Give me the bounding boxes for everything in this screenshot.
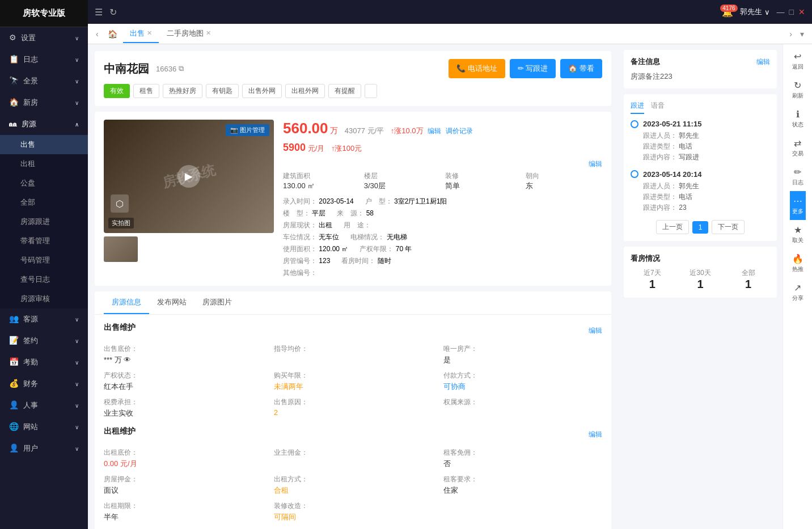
sidebar-item-source[interactable]: 🏘房源 ∧ — [0, 113, 88, 135]
action-diary-button[interactable]: ✏ 日志 — [790, 162, 806, 191]
sidebar-item-customer[interactable]: 👥客源 ∨ — [0, 308, 88, 330]
action-hot-button[interactable]: 🔥 热推 — [790, 249, 806, 278]
house-type-label: 户 型： — [365, 197, 392, 205]
thumbnail-1[interactable] — [104, 236, 138, 262]
action-star-button[interactable]: ★ 取关 — [790, 220, 806, 249]
sidebar-item-panorama[interactable]: 🔭全景 ∨ — [0, 70, 88, 92]
price-edit-link[interactable]: 编辑 — [428, 127, 441, 135]
tab-publish-website[interactable]: 发布网站 — [149, 291, 194, 314]
sidebar-item-hr[interactable]: 👤人事 ∨ — [0, 395, 88, 416]
sidebar-subitem-rent[interactable]: 出租 — [0, 154, 88, 173]
sidebar-subitem-number[interactable]: 号码管理 — [0, 251, 88, 270]
tab-sale-close[interactable]: ✕ — [147, 29, 152, 37]
action-trade-button[interactable]: ⇄ 交易 — [790, 133, 806, 162]
take-view-button[interactable]: 🏠 带看 — [560, 59, 602, 78]
notes-edit-link[interactable]: 编辑 — [756, 57, 770, 67]
tab-nav-dropdown[interactable]: ▾ — [797, 29, 807, 39]
tab-nav-next[interactable]: › — [786, 29, 796, 39]
action-back-button[interactable]: ↩ 返回 — [790, 46, 806, 75]
details-edit-link[interactable]: 编辑 — [589, 159, 602, 169]
follow-tab-text[interactable]: 跟进 — [631, 101, 644, 114]
sidebar-subitem-visit[interactable]: 带看管理 — [0, 231, 88, 251]
property-source-label: 权属来源： — [443, 397, 602, 407]
sidebar-item-settings[interactable]: ⚙设置 ∨ — [0, 27, 88, 49]
orientation-label: 朝向 — [526, 171, 602, 181]
refresh-icon[interactable]: ↻ — [109, 7, 117, 18]
sidebar-item-contract[interactable]: 📝签约 ∨ — [0, 330, 88, 352]
sidebar-subitem-review[interactable]: 房源审核 — [0, 289, 88, 308]
header-actions: 📞 电话地址 ✏ 写跟进 🏠 带看 — [449, 59, 602, 78]
play-video-button[interactable]: ▶ — [177, 165, 200, 188]
tab-map-close[interactable]: ✕ — [206, 29, 211, 37]
copy-icon[interactable]: ⧉ — [179, 64, 184, 73]
3d-view-button[interactable]: ⬡ — [111, 194, 129, 213]
tab-sale[interactable]: 出售 ✕ — [123, 25, 159, 43]
sidebar-item-user[interactable]: 👤用户 ∨ — [0, 438, 88, 459]
sidebar-subitem-public[interactable]: 公盘 — [0, 173, 88, 193]
next-page-button[interactable]: 下一页 — [712, 220, 745, 234]
tertiary-info: 楼 型： 平层 来 源： 58 — [283, 209, 602, 218]
action-more-button[interactable]: ⋯ 更多 — [790, 191, 806, 220]
sale-reason-label: 出售原因： — [274, 397, 433, 407]
detail-tabs-card: 房源信息 发布网站 房源图片 出售维护 编辑 出售底价： *** 万 — [95, 291, 611, 529]
image-manage-button[interactable]: 📷 图片管理 — [226, 124, 269, 136]
sale-maintain-edit[interactable]: 编辑 — [589, 326, 602, 336]
total-value: 1 — [726, 278, 770, 291]
sidebar-item-finance[interactable]: 💰财务 ∨ — [0, 373, 88, 395]
action-refresh-button[interactable]: ↻ 刷新 — [790, 75, 806, 104]
rent-maintain-edit[interactable]: 编辑 — [589, 430, 602, 439]
chevron-icon: ∨ — [75, 446, 79, 452]
tag-key[interactable]: 出售外网 — [242, 84, 282, 98]
tab-property-info[interactable]: 房源信息 — [104, 291, 149, 314]
house-code-field: 房管编号： 123 — [283, 256, 330, 266]
sidebar-subitem-querylog[interactable]: 查号日志 — [0, 270, 88, 289]
write-follow-button[interactable]: ✏ 写跟进 — [510, 59, 556, 78]
decoration-change-field: 装修改造： 可隔间 — [274, 501, 433, 522]
price-section: 560.00 万 43077 元/平 ↑涨10.0万 编辑 调价记录 — [283, 120, 602, 137]
menu-icon[interactable]: ☰ — [95, 7, 103, 18]
tag-sale-online[interactable]: 出租外网 — [285, 84, 325, 98]
price-adjust-link[interactable]: 调价记录 — [446, 127, 473, 135]
unique-property-field: 唯一房产： 是 — [443, 344, 602, 365]
house-type-field: 户 型： 3室2厅1卫1厨1阳 — [365, 197, 447, 206]
close-button[interactable]: ✕ — [798, 7, 805, 16]
orientation-field: 朝向 东 — [526, 171, 602, 191]
page-1-button[interactable]: 1 — [692, 221, 709, 234]
notes-card: 备注信息 编辑 房源备注223 — [624, 50, 777, 88]
app-logo: 房软专业版 — [0, 0, 88, 27]
rent-period-label: 出租期限： — [104, 501, 263, 511]
notification-bell[interactable]: 🔔 4176 — [722, 7, 733, 18]
minimize-button[interactable]: — — [777, 7, 785, 16]
sidebar-subitem-all[interactable]: 全部 — [0, 193, 88, 212]
property-source-field: 权属来源： — [443, 397, 602, 418]
maximize-button[interactable]: □ — [789, 7, 794, 16]
tag-rent-online[interactable]: 有提醒 — [328, 84, 361, 98]
property-years-label: 产权年限： — [360, 245, 394, 253]
view-price-icon[interactable]: 👁 — [124, 356, 131, 364]
tag-rent-sale[interactable]: 热推好房 — [163, 84, 202, 98]
sidebar-item-attendance[interactable]: 📅考勤 ∨ — [0, 352, 88, 373]
user-icon: 👤 — [9, 443, 19, 452]
home-tab[interactable]: 🏠 — [103, 29, 122, 39]
entry-date-label: 录入时间： — [283, 197, 317, 205]
prev-page-button[interactable]: 上一页 — [656, 220, 689, 234]
tag-reminder[interactable] — [365, 84, 377, 98]
user-menu[interactable]: 郭先生 ∨ — [740, 7, 770, 17]
sidebar-item-diary[interactable]: 📋日志 ∨ — [0, 49, 88, 70]
action-share-button[interactable]: ↗ 分享 — [790, 278, 806, 307]
tag-public[interactable]: 租售 — [133, 84, 159, 98]
tag-hot[interactable]: 有钥匙 — [206, 84, 239, 98]
sidebar-subitem-follow[interactable]: 房源跟进 — [0, 212, 88, 231]
sidebar-item-newhouse[interactable]: 🏠新房 ∨ — [0, 92, 88, 113]
deposit-field: 房屋押金： 面议 — [104, 475, 263, 496]
tag-valid[interactable]: 有效 — [104, 84, 130, 98]
phone-address-button[interactable]: 📞 电话地址 — [449, 59, 505, 78]
action-status-button[interactable]: ℹ 状态 — [790, 104, 806, 133]
rent-period-value: 半年 — [104, 512, 263, 522]
sidebar-item-website[interactable]: 🌐网站 ∨ — [0, 416, 88, 438]
tab-map[interactable]: 二手房地图 ✕ — [160, 25, 218, 43]
tab-nav-prev[interactable]: ‹ — [92, 29, 102, 39]
tab-property-photos[interactable]: 房源图片 — [194, 291, 240, 314]
follow-tab-voice[interactable]: 语音 — [651, 101, 665, 114]
sidebar-subitem-sale[interactable]: 出售 — [0, 135, 88, 154]
